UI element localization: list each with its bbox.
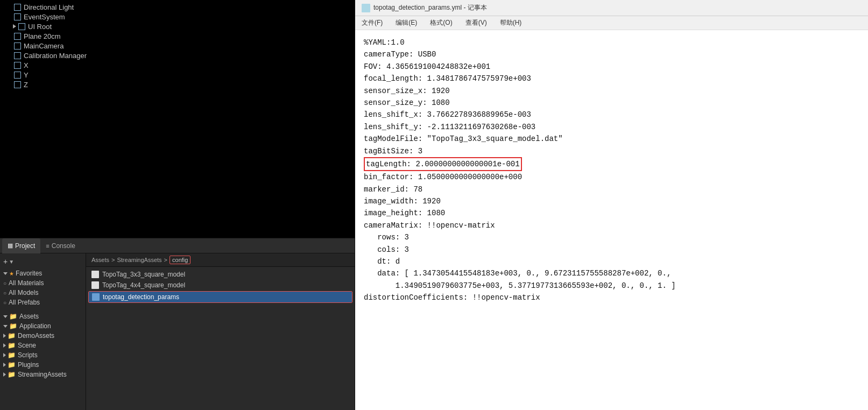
hierarchy-item-maincamera[interactable]: MainCamera [0,41,355,51]
menu-file[interactable]: 文件(F) [359,17,385,29]
project-files-area: Assets > StreamingAssets > config TopoTa… [86,253,355,410]
notepad-line: FOV: 4.3656191004248832e+001 [364,61,859,73]
hierarchy-label: Plane 20cm [24,32,61,40]
notepad-icon [362,4,370,12]
file-item-topotag4x4[interactable]: TopoTag_4x4_square_model [88,280,352,291]
folder-icon: 📁 [9,313,17,320]
search-icon: ○ [3,290,6,296]
arrow-down-icon [3,315,8,318]
arrow-right-icon [3,363,6,367]
notepad-line: image_width: 1920 [364,195,859,207]
folder-icon: 📁 [8,371,16,378]
notepad-line: lens_shift_y: -2.1113211697630268e-003 [364,121,859,133]
breadcrumb-part1: Assets [91,257,109,263]
notepad-title: topotag_detection_params.yml - 记事本 [373,3,487,12]
notepad-line: lens_shift_x: 3.7662278936889965e-003 [364,109,859,121]
tabs-bar: ▦ Project ≡ Console [0,238,355,253]
notepad-line: %YAML:1.0 [364,37,859,48]
tab-console[interactable]: ≡ Console [40,238,80,253]
folder-icon: 📁 [8,351,16,359]
notepad-line: focal_length: 1.3481786747575979e+003 [364,73,859,84]
folder-icon: 📁 [9,322,17,330]
cube-icon [13,12,22,21]
sidebar-item-demo-assets[interactable]: 📁 DemoAssets [0,331,86,341]
hierarchy-label: Z [24,81,28,89]
hierarchy-item-y[interactable]: Y [0,70,355,80]
hierarchy-item-directional-light[interactable]: Directional Light [0,2,355,12]
arrow-right-icon [3,372,6,377]
demo-assets-label: DemoAssets [18,332,54,340]
assets-label: Assets [19,313,39,320]
tab-project[interactable]: ▦ Project [2,238,40,253]
sidebar-item-all-materials[interactable]: ○ All Materials [0,278,86,288]
hierarchy-item-z[interactable]: Z [0,80,355,89]
file-list: TopoTag_3x3_square_model TopoTag_4x4_squ… [86,267,355,306]
notepad-line: cols: 3 [364,244,859,256]
file-item-topotag-params[interactable]: topotag_detection_params [89,292,352,302]
menu-format[interactable]: 格式(O) [428,17,454,29]
notepad-line: dt: d [364,256,859,267]
menu-view[interactable]: 查看(V) [463,17,489,29]
scene-label: Scene [18,342,36,349]
highlighted-line: tagLength: 2.0000000000000001e-001 [364,157,522,171]
sidebar-item-assets[interactable]: 📁 Assets [0,312,86,321]
file-item-topotag3x3[interactable]: TopoTag_3x3_square_model [88,269,352,280]
sidebar-item-all-models[interactable]: ○ All Models [0,288,86,298]
cube-icon [13,32,22,40]
cube-icon [17,22,26,31]
hierarchy-label: EventSystem [24,13,65,21]
sidebar-item-scene[interactable]: 📁 Scene [0,341,86,350]
sidebar-item-scripts[interactable]: 📁 Scripts [0,350,86,360]
arrow-down-icon [3,325,8,328]
scripts-label: Scripts [18,351,38,359]
notepad-line: bin_factor: 1.0500000000000000e+000 [364,171,859,183]
hierarchy-item-eventsystem[interactable]: EventSystem [0,12,355,22]
hierarchy-label: MainCamera [24,42,63,50]
tab-project-label: Project [15,242,35,250]
notepad-menubar: 文件(F) 编辑(E) 格式(O) 查看(V) 帮助(H) [355,16,868,30]
file-icon [91,281,99,289]
search-icon: ○ [3,300,6,306]
all-prefabs-label: All Prefabs [9,299,40,306]
star-icon: ★ [9,271,14,277]
sidebar-item-favorites[interactable]: ★ Favorites [0,268,86,278]
hierarchy-item-x[interactable]: X [0,60,355,70]
sidebar-item-streaming-assets[interactable]: 📁 StreamingAssets [0,370,86,379]
breadcrumb-sep1: > [111,257,115,263]
sidebar-item-application[interactable]: 📁 Application [0,321,86,331]
favorites-label: Favorites [16,270,42,277]
menu-help[interactable]: 帮助(H) [498,17,524,29]
notepad-line: data: [ 1.3473054415548183e+003, 0., 9.6… [364,267,859,279]
streaming-assets-label: StreamingAssets [18,371,67,378]
tab-console-label: Console [52,242,75,250]
menu-edit[interactable]: 编辑(E) [393,17,419,29]
all-materials-label: All Materials [9,279,44,287]
sidebar-item-plugins[interactable]: 📁 Plugins [0,360,86,370]
arrow-right-icon [13,24,16,29]
notepad-titlebar: topotag_detection_params.yml - 记事本 [355,0,868,16]
cube-icon [13,80,22,89]
project-icon: ▦ [8,242,13,249]
breadcrumb-part2: StreamingAssets [117,257,161,263]
hierarchy-item-plane[interactable]: Plane 20cm [0,31,355,41]
hierarchy-item-ui-root[interactable]: UI Root [0,22,355,31]
all-models-label: All Models [9,289,38,296]
cube-icon [13,3,22,11]
search-icon: ○ [3,280,6,286]
plus-label: + [3,257,8,266]
dropdown-arrow: ▼ [9,259,14,265]
add-button[interactable]: + ▼ [0,256,86,267]
project-sidebar: + ▼ ★ Favorites ○ All Materials [0,253,86,410]
hierarchy-item-calibration-manager[interactable]: Calibration Manager [0,51,355,60]
notepad-line: cameraType: USB0 [364,48,859,60]
notepad-line: sensor_size_x: 1920 [364,85,859,97]
sidebar-item-all-prefabs[interactable]: ○ All Prefabs [0,298,86,307]
file-label: TopoTag_4x4_square_model [102,281,185,289]
notepad-content[interactable]: %YAML:1.0 cameraType: USB0 FOV: 4.365619… [355,30,868,410]
breadcrumb-sep2: > [164,257,167,263]
arrow-right-icon [3,343,6,348]
notepad-line: tagBitSize: 3 [364,145,859,157]
hierarchy-label: Y [24,71,29,79]
selected-file-border: topotag_detection_params [88,291,352,303]
folder-icon: 📁 [8,361,16,369]
